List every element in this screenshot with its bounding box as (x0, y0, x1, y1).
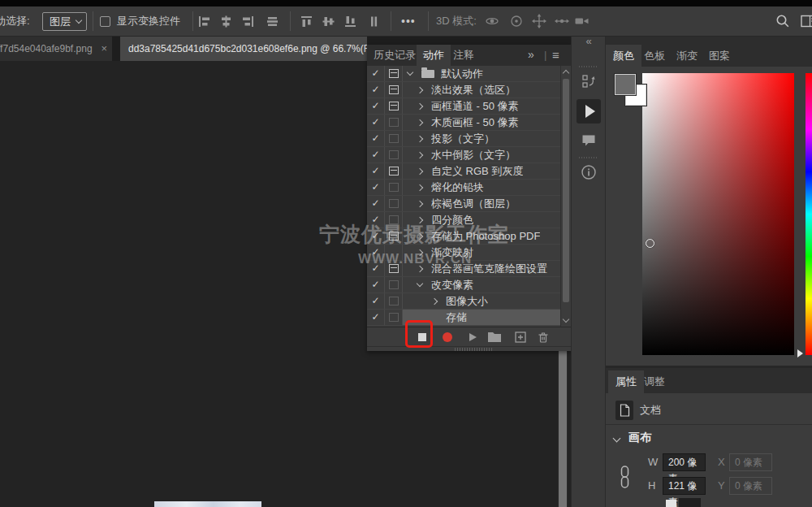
action-row[interactable]: ✓ 渐变映射 (367, 245, 560, 261)
toggle-item-check-icon[interactable]: ✓ (367, 147, 385, 162)
toggle-item-check-icon[interactable]: ✓ (367, 212, 385, 228)
expand-chevron-icon[interactable] (417, 184, 423, 190)
toggle-item-check-icon[interactable]: ✓ (367, 293, 385, 309)
document-tab-inactive[interactable]: ff7d54e040afe9bf.png × (0, 37, 112, 61)
expand-chevron-icon[interactable] (417, 232, 423, 239)
toggle-item-check-icon[interactable]: ✓ (367, 245, 385, 260)
dialog-toggle-icon[interactable] (385, 180, 403, 195)
expand-chevron-icon[interactable] (417, 119, 423, 125)
toggle-item-check-icon[interactable]: ✓ (367, 131, 385, 146)
dialog-toggle-icon[interactable] (385, 131, 403, 146)
x-field[interactable]: 0 像素 (729, 453, 772, 471)
toggle-item-check-icon[interactable]: ✓ (367, 310, 385, 325)
dialog-toggle-icon[interactable] (385, 147, 403, 162)
dialog-toggle-icon[interactable] (385, 82, 403, 98)
action-row[interactable]: ✓ 水中倒影（文字） (367, 147, 560, 163)
dialog-toggle-icon[interactable] (385, 310, 403, 325)
expand-chevron-icon[interactable] (407, 69, 413, 76)
action-row[interactable]: ✓ 存储为 Photoshop PDF (367, 228, 560, 245)
scrollbar-thumb[interactable] (563, 79, 569, 302)
dialog-toggle-icon[interactable] (385, 196, 403, 211)
tab-swatches[interactable]: 色板 (644, 45, 665, 67)
align-vertical-center-icon[interactable] (322, 15, 335, 28)
expand-chevron-icon[interactable] (431, 297, 438, 304)
tab-close-icon[interactable]: × (101, 37, 107, 61)
new-action-icon[interactable] (511, 327, 530, 347)
action-row-content[interactable]: 投影（文字） (403, 131, 560, 146)
scroll-down-icon[interactable] (563, 316, 569, 323)
auto-select-dropdown[interactable]: 图层 (42, 12, 87, 31)
history-panel-icon[interactable] (578, 71, 599, 92)
panel-expand-icon[interactable]: » (528, 45, 534, 66)
distribute-vertical-icon[interactable] (367, 15, 381, 28)
show-transform-checkbox[interactable] (100, 16, 110, 27)
panel-resize-grip[interactable] (367, 346, 571, 351)
3d-camera-icon[interactable] (574, 14, 588, 28)
action-row[interactable]: ✓ 投影（文字） (367, 131, 560, 147)
3d-pan-icon[interactable] (532, 14, 546, 28)
action-row-content[interactable]: 渐变映射 (403, 245, 560, 260)
tab-gradients[interactable]: 渐变 (676, 45, 698, 67)
expand-chevron-icon[interactable] (417, 249, 423, 255)
action-row[interactable]: ✓ 棕褐色调（图层） (367, 196, 560, 212)
dialog-toggle-icon[interactable] (385, 212, 403, 228)
action-row[interactable]: ✓ 图像大小 (367, 293, 560, 310)
panel-menu-icon[interactable]: ≡ (552, 45, 559, 66)
action-row-content[interactable]: 图像大小 (403, 293, 560, 309)
action-row-content[interactable]: 淡出效果（选区） (403, 82, 560, 98)
dock-grip[interactable] (579, 66, 598, 67)
toggle-item-check-icon[interactable]: ✓ (367, 261, 385, 276)
3d-orbit-icon[interactable] (485, 14, 499, 28)
align-left-edges-icon[interactable] (197, 15, 211, 28)
workspace-switcher-icon[interactable] (801, 14, 812, 28)
toggle-item-check-icon[interactable]: ✓ (367, 180, 385, 195)
section-collapse-chevron-icon[interactable] (613, 435, 621, 443)
expand-chevron-icon[interactable] (417, 151, 423, 158)
new-set-folder-icon[interactable] (485, 327, 504, 347)
expand-chevron-icon[interactable] (417, 265, 423, 271)
align-right-edges-icon[interactable] (241, 15, 255, 28)
action-row-content[interactable]: 改变像素 (403, 277, 560, 292)
color-picker-cursor[interactable] (646, 239, 654, 248)
dialog-toggle-icon[interactable] (385, 245, 403, 260)
expand-chevron-icon[interactable] (417, 102, 423, 109)
expand-chevron-icon[interactable] (417, 280, 423, 287)
tab-properties[interactable]: 属性 (608, 370, 644, 393)
action-row[interactable]: ✓ 木质画框 - 50 像素 (367, 115, 560, 131)
tab-adjustments[interactable]: 调整 (644, 370, 665, 393)
y-field[interactable]: 0 像素 (729, 477, 772, 495)
dialog-toggle-icon[interactable] (385, 277, 403, 292)
collapse-panels-icon[interactable]: « (572, 35, 606, 47)
scroll-up-icon[interactable] (563, 70, 569, 76)
actions-scrollbar[interactable] (560, 66, 571, 327)
tab-patterns[interactable]: 图案 (709, 45, 730, 67)
tab-history[interactable]: 历史记录 (374, 45, 416, 66)
action-row-content[interactable]: 混合器画笔克隆绘图设置 (403, 261, 560, 276)
action-row-content[interactable]: 存储为 Photoshop PDF (403, 228, 560, 244)
align-top-edges-icon[interactable] (300, 15, 313, 28)
action-row[interactable]: ✓ 混合器画笔克隆绘图设置 (367, 261, 560, 277)
dock-grip[interactable] (579, 157, 598, 158)
action-row[interactable]: ✓ 默认动作 (367, 66, 560, 82)
document-tab-active[interactable]: dd3a785425d41d675bc2d031e608ef6e.png @ 6… (120, 37, 367, 61)
distribute-horizontal-icon[interactable] (266, 15, 279, 28)
dialog-toggle-icon[interactable] (385, 228, 403, 244)
expand-chevron-icon[interactable] (417, 167, 423, 174)
toggle-item-check-icon[interactable]: ✓ (367, 82, 385, 98)
width-field[interactable]: 200 像素 (663, 453, 706, 471)
action-row[interactable]: ✓ 熔化的铅块 (367, 180, 560, 196)
action-row-content[interactable]: 画框通道 - 50 像素 (403, 98, 560, 114)
toggle-item-check-icon[interactable]: ✓ (367, 228, 385, 244)
align-horizontal-center-icon[interactable] (219, 15, 233, 28)
tab-notes[interactable]: 注释 (453, 45, 474, 66)
expand-chevron-icon[interactable] (417, 200, 423, 206)
align-bottom-edges-icon[interactable] (343, 15, 357, 28)
expand-chevron-icon[interactable] (417, 86, 423, 93)
toggle-item-check-icon[interactable]: ✓ (367, 115, 385, 130)
saturation-brightness-field[interactable] (642, 73, 794, 355)
dialog-toggle-icon[interactable] (385, 163, 403, 179)
action-row-content[interactable]: 熔化的铅块 (403, 180, 560, 195)
delete-icon[interactable] (533, 327, 553, 347)
action-row[interactable]: ✓ 改变像素 (367, 277, 560, 293)
notes-panel-icon[interactable] (578, 130, 599, 151)
